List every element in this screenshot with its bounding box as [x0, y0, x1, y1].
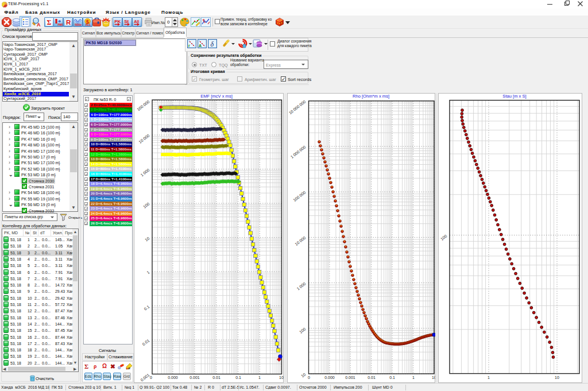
svg-text:0.1: 0.1: [235, 375, 241, 380]
svg-text:10: 10: [279, 375, 284, 380]
svg-text:PMS: PMS: [58, 24, 64, 26]
svg-text:1: 1: [412, 375, 415, 380]
svg-text:100: 100: [299, 327, 307, 334]
svg-text:100: 100: [440, 234, 448, 241]
svg-text:0: 0: [150, 375, 152, 380]
svg-text:0.1: 0.1: [389, 375, 395, 380]
svg-text:PK: PK: [114, 19, 121, 24]
svg-text:10: 10: [300, 372, 307, 378]
svg-text:0.01: 0.01: [368, 375, 376, 380]
svg-text:г: г: [188, 44, 190, 48]
svg-text:0.1: 0.1: [144, 304, 150, 311]
svg-text:EMF [mcV x ms]: EMF [mcV x ms]: [200, 94, 233, 99]
svg-text:0.001: 0.001: [140, 373, 150, 382]
svg-text:Stau [m x S]: Stau [m x S]: [502, 94, 526, 99]
svg-text:A: A: [37, 22, 41, 28]
svg-text:10 000: 10 000: [138, 133, 150, 144]
svg-text:10: 10: [555, 375, 559, 380]
svg-text:1 000 000: 1 000 000: [290, 145, 307, 159]
svg-text:α: α: [128, 366, 130, 370]
svg-text:50Hz: 50Hz: [75, 23, 82, 26]
svg-text:Σ: Σ: [47, 18, 52, 26]
svg-text:1 000: 1 000: [296, 281, 306, 291]
svg-text:0.000: 0.000: [168, 375, 178, 380]
svg-text:0.01: 0.01: [212, 375, 220, 380]
svg-text:0.000: 0.000: [324, 375, 335, 380]
svg-text:Rho [Ohm*m x ms]: Rho [Ohm*m x ms]: [353, 94, 389, 99]
svg-text:100 000: 100 000: [136, 99, 150, 111]
svg-text:100: 100: [142, 202, 150, 209]
svg-text:1 000: 1 000: [140, 168, 150, 177]
svg-text:R: R: [66, 19, 71, 26]
svg-text:ALL: ALL: [86, 23, 91, 26]
svg-text:10: 10: [144, 236, 150, 242]
svg-text:All: All: [134, 20, 139, 24]
svg-text:0.001: 0.001: [345, 375, 355, 380]
svg-text:1: 1: [146, 270, 150, 274]
svg-text:1: 1: [258, 375, 261, 380]
svg-text:10 000: 10 000: [294, 235, 306, 246]
svg-text:0.01: 0.01: [142, 338, 150, 346]
svg-text:100 000: 100 000: [292, 190, 306, 202]
svg-text:0: 0: [308, 375, 310, 380]
svg-text:δ: δ: [211, 40, 214, 48]
svg-text:0.001: 0.001: [189, 375, 200, 380]
svg-text:10: 10: [432, 375, 435, 380]
svg-text:10 000 000: 10 000 000: [288, 99, 307, 115]
svg-text:A: A: [199, 44, 202, 48]
svg-text:1: 1: [488, 375, 490, 380]
